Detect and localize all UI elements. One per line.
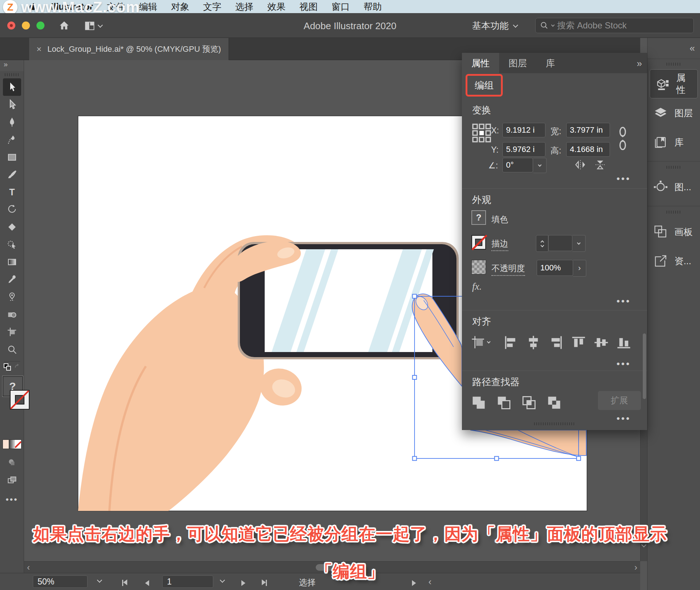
gradient-tool[interactable] [3,253,21,271]
zoom-tool[interactable] [3,341,21,358]
opacity-swatch[interactable] [471,260,486,274]
x-input[interactable]: 9.1912 i [502,123,545,137]
menu-item-select[interactable]: 选择 [235,1,253,13]
swap-fill-stroke-icon[interactable] [13,363,21,372]
color-controls[interactable] [3,439,22,449]
eraser-tool[interactable] [3,218,21,236]
stroke-color-swatch[interactable] [471,235,486,250]
close-tab-icon[interactable]: × [36,44,42,54]
opacity-label[interactable]: 不透明度 [491,263,525,276]
align-right-icon[interactable] [548,335,564,352]
artboard-tool[interactable] [3,323,21,341]
shape-builder-tool[interactable] [3,306,21,323]
shaper-tool[interactable] [3,236,21,253]
stroke-weight-stepper[interactable] [536,235,548,252]
pathfinder-intersect-icon[interactable] [520,393,538,412]
pathfinder-exclude-icon[interactable] [545,393,564,412]
puppet-warp-tool[interactable] [3,288,21,306]
direct-selection-tool[interactable] [3,96,21,113]
fill-label[interactable]: 填色 [491,214,508,225]
menu-item-view[interactable]: 视图 [299,1,318,13]
y-input[interactable]: 5.9762 i [502,142,545,157]
align-center-vertical-icon[interactable] [594,335,609,352]
tab-libraries[interactable]: 库 [536,53,564,73]
pen-tool[interactable] [3,113,21,131]
opacity-input[interactable]: 100% [537,260,573,276]
selection-tool[interactable] [3,78,21,96]
expand-button[interactable]: 扩展 [598,391,641,410]
menu-item-type[interactable]: 文字 [203,1,221,13]
dock-grip[interactable] [666,211,681,214]
draw-mode-icon[interactable] [3,454,21,472]
document-tab[interactable]: × Lock_Group_Hide.ai* @ 50% (CMYK/GPU 预览… [29,38,229,60]
pathfinder-minus-front-icon[interactable] [494,393,513,412]
stroke-weight-input[interactable] [548,235,572,251]
screen-mode-icon[interactable] [3,472,21,489]
align-top-icon[interactable] [571,335,586,352]
type-tool[interactable]: T [3,183,21,201]
menu-item-file[interactable]: 文件 [107,1,125,13]
stroke-swatch[interactable] [10,390,30,410]
menu-item-window[interactable]: 窗口 [331,1,350,13]
fx-button[interactable]: fx. [472,281,482,292]
tools-grip[interactable] [5,73,19,76]
link-dimensions-icon[interactable] [618,126,627,153]
menu-item-edit[interactable]: 编辑 [139,1,157,13]
stroke-weight-dropdown[interactable] [572,235,586,252]
paintbrush-tool[interactable] [3,166,21,183]
pathfinder-more-icon[interactable]: ••• [617,413,631,424]
dock-item-asset-export[interactable]: 资... [648,246,700,276]
align-more-icon[interactable]: ••• [617,358,631,370]
align-to-dropdown[interactable] [471,334,490,350]
rotate-tool[interactable] [3,201,21,218]
dock-item-label: 图层 [674,107,693,119]
opacity-options-button[interactable]: › [573,260,586,277]
none-button[interactable] [15,440,21,449]
dock-item-libraries[interactable]: 库 [648,128,700,157]
panel-menu-icon[interactable]: » [637,58,642,69]
dock-item-shape-properties[interactable]: 图... [648,172,700,202]
gradient-button[interactable] [9,440,15,449]
default-fill-stroke-icon[interactable] [3,363,11,372]
reference-point-icon[interactable] [471,123,492,145]
tab-properties[interactable]: 属性 [462,53,499,73]
appearance-more-icon[interactable]: ••• [617,296,631,307]
workspace-switcher[interactable]: 基本功能 [472,20,517,32]
angle-input[interactable]: 0° [502,158,533,172]
menu-item-illustrator[interactable]: Illustrator [51,1,93,12]
color-button[interactable] [3,440,9,449]
dock-collapse-button[interactable]: « [648,38,700,59]
height-input[interactable]: 4.1668 in [566,142,610,157]
align-left-icon[interactable] [503,335,518,352]
dock-grip[interactable] [666,166,681,169]
flip-vertical-icon[interactable] [594,159,606,172]
panel-resize-grip[interactable] [534,422,575,425]
flip-horizontal-icon[interactable] [574,159,587,172]
rectangle-tool[interactable] [3,148,21,166]
stock-search-input[interactable]: 搜索 Adobe Stock [535,18,694,33]
menu-item-help[interactable]: 帮助 [363,1,382,13]
panel-scroll-thumb[interactable] [643,333,646,399]
toolbar-more-icon[interactable]: ••• [5,498,18,501]
fill-stroke-swatches[interactable]: ? [1,374,23,436]
menu-item-object[interactable]: 对象 [171,1,189,13]
stroke-label[interactable]: 描边 [491,238,508,251]
dock-item-artboards[interactable]: 画板 [648,217,700,246]
align-center-horizontal-icon[interactable] [526,335,541,352]
apple-icon[interactable] [28,1,37,12]
tab-layers[interactable]: 图层 [499,53,536,73]
align-bottom-icon[interactable] [616,335,631,352]
width-input[interactable]: 3.7977 in [566,123,610,137]
dock-item-layers[interactable]: 图层 [648,98,700,128]
curvature-tool[interactable] [3,131,21,148]
transform-more-icon[interactable]: ••• [617,173,631,184]
menu-item-effect[interactable]: 效果 [267,1,285,13]
tools-expand-button[interactable]: » [0,60,24,71]
pathfinder-unite-icon[interactable] [469,393,488,412]
dock-item-label: 库 [674,136,684,148]
dock-grip[interactable] [666,63,681,66]
angle-dropdown[interactable] [533,158,547,173]
fill-color-swatch[interactable]: ? [471,210,486,225]
dock-item-properties[interactable]: 属性 [650,69,698,98]
eyedropper-tool[interactable] [3,271,21,288]
